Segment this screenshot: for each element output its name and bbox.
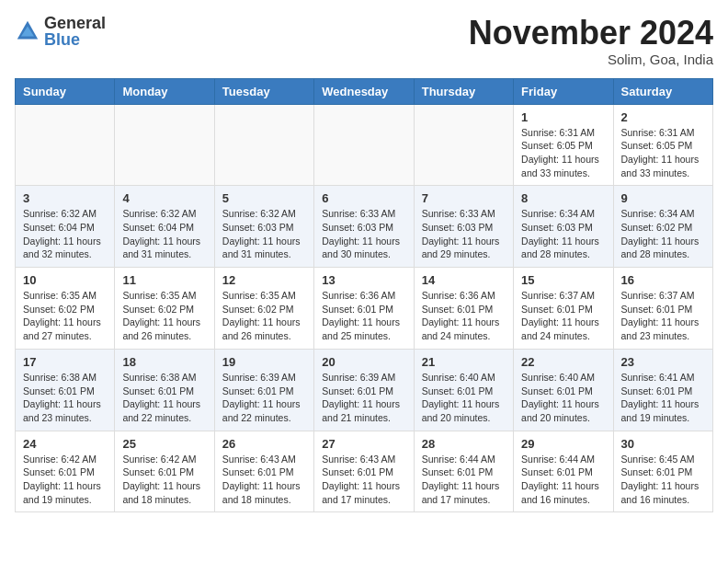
page-header: General Blue November 2024 Solim, Goa, I… <box>15 15 713 67</box>
day-info: Sunrise: 6:33 AM Sunset: 6:03 PM Dayligh… <box>422 207 506 261</box>
day-info: Sunrise: 6:38 AM Sunset: 6:01 PM Dayligh… <box>122 371 206 425</box>
day-info: Sunrise: 6:39 AM Sunset: 6:01 PM Dayligh… <box>222 371 306 425</box>
location: Solim, Goa, India <box>469 52 713 67</box>
day-info: Sunrise: 6:40 AM Sunset: 6:01 PM Dayligh… <box>521 371 605 425</box>
day-info: Sunrise: 6:37 AM Sunset: 6:01 PM Dayligh… <box>621 289 705 343</box>
calendar-week-2: 3Sunrise: 6:32 AM Sunset: 6:04 PM Daylig… <box>16 186 713 268</box>
day-info: Sunrise: 6:38 AM Sunset: 6:01 PM Dayligh… <box>23 371 107 425</box>
day-number: 8 <box>521 191 605 205</box>
calendar-cell: 25Sunrise: 6:42 AM Sunset: 6:01 PM Dayli… <box>115 431 214 512</box>
col-friday: Friday <box>514 78 613 104</box>
day-number: 22 <box>521 355 605 369</box>
calendar-cell: 18Sunrise: 6:38 AM Sunset: 6:01 PM Dayli… <box>115 349 214 431</box>
calendar-cell: 9Sunrise: 6:34 AM Sunset: 6:02 PM Daylig… <box>613 186 712 268</box>
calendar-cell: 21Sunrise: 6:40 AM Sunset: 6:01 PM Dayli… <box>414 349 513 431</box>
day-number: 23 <box>621 355 705 369</box>
month-title: November 2024 <box>469 15 713 52</box>
day-info: Sunrise: 6:36 AM Sunset: 6:01 PM Dayligh… <box>422 289 506 343</box>
calendar-cell <box>115 104 214 186</box>
day-number: 20 <box>322 355 405 369</box>
calendar-cell: 3Sunrise: 6:32 AM Sunset: 6:04 PM Daylig… <box>16 186 115 268</box>
calendar-cell: 19Sunrise: 6:39 AM Sunset: 6:01 PM Dayli… <box>214 349 313 431</box>
col-tuesday: Tuesday <box>214 78 313 104</box>
calendar-cell: 27Sunrise: 6:43 AM Sunset: 6:01 PM Dayli… <box>314 431 414 512</box>
calendar-table: Sunday Monday Tuesday Wednesday Thursday… <box>15 78 713 513</box>
day-number: 18 <box>122 355 206 369</box>
day-number: 29 <box>521 437 605 451</box>
calendar-cell <box>214 104 313 186</box>
calendar-cell: 10Sunrise: 6:35 AM Sunset: 6:02 PM Dayli… <box>16 268 115 350</box>
calendar-cell: 11Sunrise: 6:35 AM Sunset: 6:02 PM Dayli… <box>115 268 214 350</box>
calendar-cell: 2Sunrise: 6:31 AM Sunset: 6:05 PM Daylig… <box>613 104 712 186</box>
day-number: 17 <box>23 355 107 369</box>
day-info: Sunrise: 6:32 AM Sunset: 6:04 PM Dayligh… <box>23 207 107 261</box>
calendar-cell: 24Sunrise: 6:42 AM Sunset: 6:01 PM Dayli… <box>16 431 115 512</box>
calendar-cell: 29Sunrise: 6:44 AM Sunset: 6:01 PM Dayli… <box>514 431 613 512</box>
day-number: 30 <box>621 437 705 451</box>
day-info: Sunrise: 6:31 AM Sunset: 6:05 PM Dayligh… <box>521 126 605 180</box>
day-number: 3 <box>23 191 107 205</box>
day-number: 28 <box>422 437 506 451</box>
calendar-cell: 23Sunrise: 6:41 AM Sunset: 6:01 PM Dayli… <box>613 349 712 431</box>
day-number: 26 <box>222 437 306 451</box>
day-number: 11 <box>122 273 206 287</box>
day-number: 15 <box>521 273 605 287</box>
day-number: 6 <box>322 191 405 205</box>
calendar-cell: 4Sunrise: 6:32 AM Sunset: 6:04 PM Daylig… <box>115 186 214 268</box>
calendar-cell: 30Sunrise: 6:45 AM Sunset: 6:01 PM Dayli… <box>613 431 712 512</box>
logo-blue: Blue <box>44 31 106 48</box>
calendar-cell: 13Sunrise: 6:36 AM Sunset: 6:01 PM Dayli… <box>314 268 414 350</box>
day-info: Sunrise: 6:42 AM Sunset: 6:01 PM Dayligh… <box>23 453 107 507</box>
calendar-cell: 7Sunrise: 6:33 AM Sunset: 6:03 PM Daylig… <box>414 186 513 268</box>
logo-general: General <box>44 15 106 31</box>
day-info: Sunrise: 6:44 AM Sunset: 6:01 PM Dayligh… <box>422 453 506 507</box>
day-info: Sunrise: 6:43 AM Sunset: 6:01 PM Dayligh… <box>322 453 405 507</box>
calendar-cell: 22Sunrise: 6:40 AM Sunset: 6:01 PM Dayli… <box>514 349 613 431</box>
calendar-week-5: 24Sunrise: 6:42 AM Sunset: 6:01 PM Dayli… <box>16 431 713 512</box>
calendar-cell <box>16 104 115 186</box>
day-info: Sunrise: 6:41 AM Sunset: 6:01 PM Dayligh… <box>621 371 705 425</box>
day-number: 16 <box>621 273 705 287</box>
calendar-header: Sunday Monday Tuesday Wednesday Thursday… <box>16 78 713 104</box>
day-number: 13 <box>322 273 405 287</box>
day-info: Sunrise: 6:32 AM Sunset: 6:03 PM Dayligh… <box>222 207 306 261</box>
col-wednesday: Wednesday <box>314 78 414 104</box>
day-info: Sunrise: 6:31 AM Sunset: 6:05 PM Dayligh… <box>621 126 705 180</box>
calendar-cell: 1Sunrise: 6:31 AM Sunset: 6:05 PM Daylig… <box>514 104 613 186</box>
calendar-body: 1Sunrise: 6:31 AM Sunset: 6:05 PM Daylig… <box>16 104 713 512</box>
day-info: Sunrise: 6:42 AM Sunset: 6:01 PM Dayligh… <box>122 453 206 507</box>
day-info: Sunrise: 6:45 AM Sunset: 6:01 PM Dayligh… <box>621 453 705 507</box>
day-number: 21 <box>422 355 506 369</box>
calendar-cell: 6Sunrise: 6:33 AM Sunset: 6:03 PM Daylig… <box>314 186 414 268</box>
col-saturday: Saturday <box>613 78 712 104</box>
day-info: Sunrise: 6:35 AM Sunset: 6:02 PM Dayligh… <box>23 289 107 343</box>
calendar-week-1: 1Sunrise: 6:31 AM Sunset: 6:05 PM Daylig… <box>16 104 713 186</box>
day-info: Sunrise: 6:34 AM Sunset: 6:02 PM Dayligh… <box>621 207 705 261</box>
day-number: 19 <box>222 355 306 369</box>
logo: General Blue <box>15 15 106 48</box>
day-info: Sunrise: 6:43 AM Sunset: 6:01 PM Dayligh… <box>222 453 306 507</box>
day-number: 7 <box>422 191 506 205</box>
day-number: 9 <box>621 191 705 205</box>
calendar-cell: 28Sunrise: 6:44 AM Sunset: 6:01 PM Dayli… <box>414 431 513 512</box>
title-block: November 2024 Solim, Goa, India <box>469 15 713 67</box>
day-number: 12 <box>222 273 306 287</box>
day-number: 5 <box>222 191 306 205</box>
col-monday: Monday <box>115 78 214 104</box>
day-number: 2 <box>621 110 705 124</box>
calendar-cell <box>414 104 513 186</box>
day-number: 14 <box>422 273 506 287</box>
day-info: Sunrise: 6:32 AM Sunset: 6:04 PM Dayligh… <box>122 207 206 261</box>
calendar-cell: 20Sunrise: 6:39 AM Sunset: 6:01 PM Dayli… <box>314 349 414 431</box>
day-info: Sunrise: 6:44 AM Sunset: 6:01 PM Dayligh… <box>521 453 605 507</box>
day-info: Sunrise: 6:35 AM Sunset: 6:02 PM Dayligh… <box>122 289 206 343</box>
col-thursday: Thursday <box>414 78 513 104</box>
day-number: 27 <box>322 437 405 451</box>
day-number: 1 <box>521 110 605 124</box>
calendar-cell: 12Sunrise: 6:35 AM Sunset: 6:02 PM Dayli… <box>214 268 313 350</box>
day-info: Sunrise: 6:36 AM Sunset: 6:01 PM Dayligh… <box>322 289 405 343</box>
calendar-cell: 8Sunrise: 6:34 AM Sunset: 6:03 PM Daylig… <box>514 186 613 268</box>
calendar-cell: 16Sunrise: 6:37 AM Sunset: 6:01 PM Dayli… <box>613 268 712 350</box>
day-info: Sunrise: 6:34 AM Sunset: 6:03 PM Dayligh… <box>521 207 605 261</box>
day-number: 10 <box>23 273 107 287</box>
